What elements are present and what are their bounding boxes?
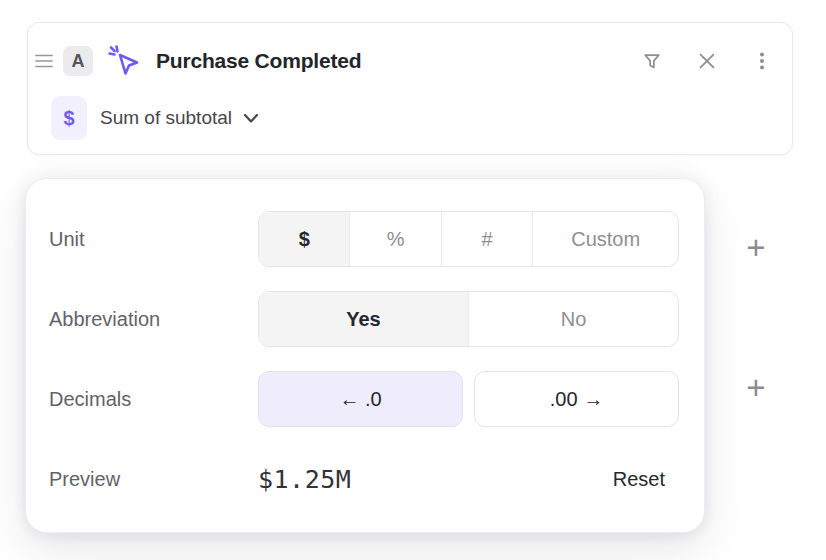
unit-option-percent[interactable]: % xyxy=(350,212,441,266)
event-card: A Purchase Completed xyxy=(27,22,793,155)
abbreviation-option-yes[interactable]: Yes xyxy=(259,292,469,346)
close-x-icon xyxy=(696,50,718,72)
drag-handle[interactable] xyxy=(33,51,55,71)
event-title[interactable]: Purchase Completed xyxy=(156,49,361,73)
abbreviation-segmented-control: Yes No xyxy=(258,291,679,347)
abbreviation-row: Abbreviation Yes No xyxy=(49,291,679,347)
unit-option-custom[interactable]: Custom xyxy=(533,212,678,266)
abbreviation-label: Abbreviation xyxy=(49,308,258,331)
preview-area: $1.25M Reset xyxy=(258,465,679,494)
plus-icon: + xyxy=(746,229,765,266)
preview-label: Preview xyxy=(49,468,258,491)
unit-row: Unit $ % # Custom xyxy=(49,211,679,267)
more-options-button[interactable] xyxy=(750,49,774,73)
unit-label: Unit xyxy=(49,228,258,251)
metric-row: $ Sum of subtotal xyxy=(51,96,259,140)
dollar-icon: $ xyxy=(63,107,74,129)
decimals-controls: ← .0 .00 → xyxy=(258,371,679,427)
unit-option-dollar[interactable]: $ xyxy=(259,212,350,266)
decimals-row: Decimals ← .0 .00 → xyxy=(49,371,679,427)
number-format-popup: Unit $ % # Custom Abbreviation Yes No De… xyxy=(25,178,705,533)
metric-dropdown-label: Sum of subtotal xyxy=(100,107,232,129)
preview-value: $1.25M xyxy=(258,465,351,494)
event-header-row: A Purchase Completed xyxy=(33,45,774,77)
unit-segmented-control: $ % # Custom xyxy=(258,211,679,267)
event-letter-badge: A xyxy=(63,46,93,76)
preview-row: Preview $1.25M Reset xyxy=(49,451,679,507)
filter-funnel-icon xyxy=(641,50,663,72)
drag-handle-icon xyxy=(35,53,53,69)
metric-format-screen: A Purchase Completed xyxy=(0,0,826,560)
kebab-menu-icon xyxy=(751,50,773,72)
filter-button[interactable] xyxy=(640,49,664,73)
event-actions xyxy=(640,49,774,73)
chevron-down-icon xyxy=(243,113,259,124)
add-item-button-bottom[interactable]: + xyxy=(738,369,774,405)
metric-type-badge[interactable]: $ xyxy=(51,96,87,140)
plus-icon: + xyxy=(746,369,765,406)
add-item-button-top[interactable]: + xyxy=(738,229,774,265)
remove-event-button[interactable] xyxy=(695,49,719,73)
unit-option-number[interactable]: # xyxy=(442,212,533,266)
decimals-decrease-button[interactable]: ← .0 xyxy=(258,371,463,427)
click-event-icon xyxy=(106,43,142,79)
decimals-label: Decimals xyxy=(49,388,258,411)
reset-button[interactable]: Reset xyxy=(613,468,665,491)
metric-dropdown[interactable]: Sum of subtotal xyxy=(100,107,259,129)
decimals-increase-button[interactable]: .00 → xyxy=(474,371,679,427)
abbreviation-option-no[interactable]: No xyxy=(469,292,678,346)
